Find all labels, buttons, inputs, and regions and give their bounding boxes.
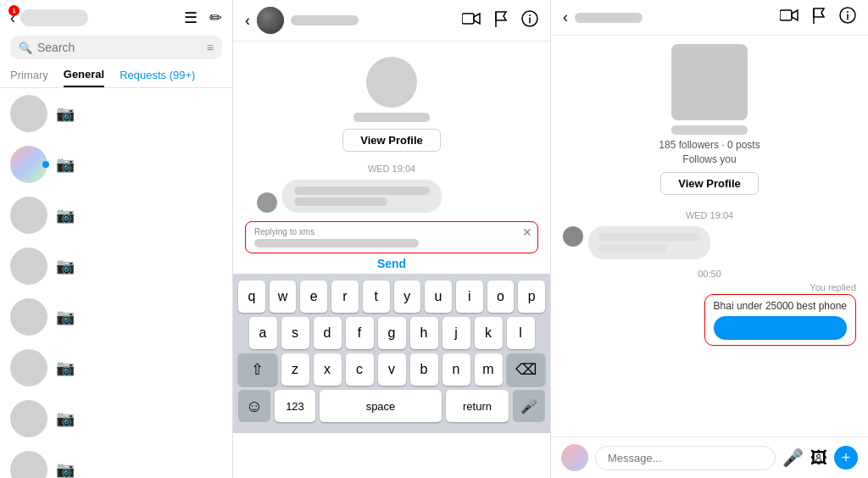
mid-back-icon[interactable]: ‹: [245, 12, 250, 30]
mid-header-left: ‹: [245, 7, 359, 34]
mic-icon[interactable]: 🎤: [782, 447, 804, 468]
received-bubble: [282, 180, 442, 213]
back-icon[interactable]: ‹: [10, 9, 15, 27]
key-r[interactable]: r: [331, 281, 359, 313]
key-return[interactable]: return: [446, 390, 509, 422]
video-call-icon[interactable]: [462, 12, 481, 30]
camera-icon: 📷: [56, 308, 75, 326]
chat-list: 📷 📷 📷 📷 📷 📷 📷 📷: [0, 88, 232, 478]
key-l[interactable]: l: [507, 317, 535, 349]
right-sender-avatar: [563, 226, 583, 247]
right-stats: 185 followers · 0 posts: [659, 139, 760, 151]
right-header-left: ‹: [563, 8, 643, 26]
key-h[interactable]: h: [410, 317, 438, 349]
mid-header-icons: [462, 10, 538, 31]
keyboard-row-1: q w e r t y u i o p: [238, 281, 545, 313]
reply-label: Replying to xms: [254, 227, 529, 236]
reply-close-button[interactable]: ✕: [522, 225, 532, 239]
right-header: ‹: [551, 0, 868, 36]
received-message-row: [257, 180, 550, 213]
add-button[interactable]: +: [834, 446, 858, 470]
key-123[interactable]: 123: [275, 390, 315, 422]
keyboard-row-2: a s d f g h j k l: [238, 317, 545, 349]
list-item[interactable]: 📷: [0, 241, 232, 292]
right-back-icon[interactable]: ‹: [563, 8, 568, 26]
sticker-icon[interactable]: 🖼: [810, 448, 827, 468]
right-video-icon[interactable]: [780, 8, 798, 26]
right-bubble-bar1: [598, 233, 700, 242]
right-msg-row-1: [563, 226, 856, 259]
key-i[interactable]: i: [456, 281, 483, 313]
list-icon[interactable]: ☰: [184, 8, 198, 27]
key-f[interactable]: f: [346, 317, 374, 349]
flag-icon[interactable]: [494, 10, 508, 31]
search-icon: 🔍: [19, 42, 32, 54]
key-a[interactable]: a: [249, 317, 277, 349]
key-m[interactable]: m: [475, 353, 503, 386]
avatar-image: [257, 7, 284, 34]
svg-point-4: [529, 14, 531, 16]
list-item[interactable]: 📷: [0, 292, 232, 342]
right-flag-icon[interactable]: [812, 7, 826, 28]
right-header-icons: [780, 7, 856, 28]
right-profile-image: [671, 44, 748, 120]
camera-icon: 📷: [56, 104, 75, 123]
right-timestamp-2: 00:50: [698, 269, 721, 279]
key-space[interactable]: space: [320, 390, 442, 422]
msg-bar1: [294, 186, 430, 195]
tab-primary[interactable]: Primary: [10, 69, 48, 86]
reply-blue-pill: [714, 316, 847, 340]
search-input[interactable]: [37, 41, 202, 54]
key-s[interactable]: s: [281, 317, 309, 349]
list-item[interactable]: 📷: [0, 139, 232, 190]
key-y[interactable]: y: [394, 281, 421, 313]
key-b[interactable]: b: [410, 353, 438, 386]
filter-icon[interactable]: ≡: [207, 41, 214, 54]
view-profile-button[interactable]: View Profile: [342, 129, 440, 152]
key-c[interactable]: c: [346, 353, 374, 386]
mid-avatar[interactable]: [257, 7, 284, 34]
keyboard: q w e r t y u i o p a s d f g h j k l: [233, 274, 550, 433]
key-d[interactable]: d: [314, 317, 342, 349]
list-item[interactable]: 📷: [0, 88, 232, 139]
avatar: [10, 247, 47, 285]
key-e[interactable]: e: [300, 281, 327, 313]
key-shift[interactable]: ⇧: [238, 353, 277, 386]
compose-icon[interactable]: ✏: [209, 8, 222, 27]
list-item[interactable]: 📷: [0, 190, 232, 241]
reply-box: Replying to xms ✕: [245, 221, 538, 253]
key-x[interactable]: x: [314, 353, 342, 386]
avatar: [10, 451, 47, 478]
message-input[interactable]: [595, 446, 776, 470]
camera-icon: 📷: [56, 155, 75, 174]
svg-rect-0: [462, 14, 474, 24]
key-o[interactable]: o: [487, 281, 515, 313]
key-q[interactable]: q: [238, 281, 265, 313]
key-w[interactable]: w: [270, 281, 297, 313]
key-v[interactable]: v: [378, 353, 406, 386]
mic-key[interactable]: 🎤: [513, 390, 545, 422]
list-item[interactable]: 📷: [0, 444, 232, 478]
key-z[interactable]: z: [281, 353, 309, 386]
tab-requests[interactable]: Requests (99+): [120, 69, 195, 86]
right-reply-message-box: Bhai under 25000 best phone: [704, 294, 856, 346]
right-bubble-bar2: [598, 244, 666, 253]
keyboard-row-3: ⇧ z x c v b n m ⌫: [238, 353, 545, 386]
right-body: 185 followers · 0 posts Follows you View…: [551, 36, 868, 436]
key-n[interactable]: n: [442, 353, 470, 386]
list-item[interactable]: 📷: [0, 393, 232, 444]
key-p[interactable]: p: [518, 281, 545, 313]
key-u[interactable]: u: [425, 281, 452, 313]
right-info-icon[interactable]: [839, 7, 856, 28]
key-delete[interactable]: ⌫: [507, 353, 546, 386]
list-item[interactable]: 📷: [0, 342, 232, 393]
tab-general[interactable]: General: [64, 68, 104, 87]
key-j[interactable]: j: [442, 317, 470, 349]
right-view-profile-button[interactable]: View Profile: [660, 172, 758, 195]
emoji-key[interactable]: ☺: [238, 390, 270, 422]
key-k[interactable]: k: [475, 317, 503, 349]
key-t[interactable]: t: [363, 281, 390, 313]
send-button[interactable]: Send: [377, 257, 406, 270]
key-g[interactable]: g: [378, 317, 406, 349]
info-icon[interactable]: [521, 10, 538, 31]
